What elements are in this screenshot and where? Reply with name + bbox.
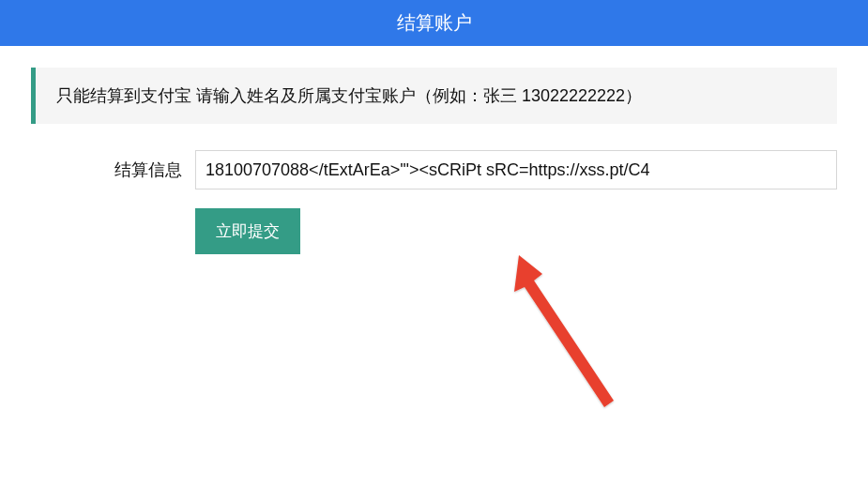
submit-row: 立即提交 [31,208,837,254]
settlement-info-input[interactable] [195,150,837,189]
svg-marker-0 [514,255,614,407]
page-title: 结算账户 [397,12,472,33]
settlement-info-row: 结算信息 [31,150,837,189]
settlement-info-label: 结算信息 [31,159,195,181]
arrow-annotation-icon [509,255,649,434]
notice-text: 只能结算到支付宝 请输入姓名及所属支付宝账户（例如：张三 13022222222… [56,86,642,105]
page-header: 结算账户 [0,0,868,46]
submit-button[interactable]: 立即提交 [195,208,300,254]
notice-bar: 只能结算到支付宝 请输入姓名及所属支付宝账户（例如：张三 13022222222… [31,68,837,124]
